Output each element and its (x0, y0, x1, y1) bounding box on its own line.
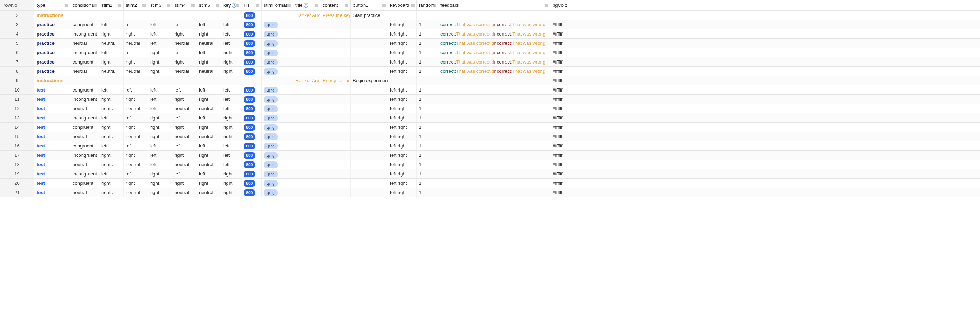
cell-bgColo[interactable]: #ffffff (550, 86, 571, 94)
cell-stim1[interactable]: left (99, 141, 124, 151)
cell-stim4[interactable]: neutral (172, 132, 197, 141)
cell-stim2[interactable]: neutral (124, 104, 148, 113)
cell-stim3[interactable]: right (148, 179, 172, 188)
cell-content[interactable] (320, 48, 351, 57)
column-menu-icon[interactable] (64, 3, 68, 8)
cell-stim3[interactable]: right (148, 132, 172, 141)
cell-condition1[interactable]: incongruent (70, 170, 99, 178)
cell-type[interactable]: practice (35, 39, 70, 48)
cell-stim5[interactable]: left (197, 20, 221, 29)
cell-stim5[interactable]: right (197, 179, 221, 188)
cell-stim3[interactable]: left (148, 20, 172, 29)
cell-ITI[interactable]: 800 (242, 179, 261, 188)
cell-stim2[interactable]: neutral (124, 160, 148, 169)
cell-button1[interactable] (351, 188, 388, 197)
cell-keyboard[interactable]: left right (388, 67, 417, 76)
cell-random[interactable]: 1 (417, 95, 438, 104)
cell-bgColo[interactable]: #ffffff (550, 76, 571, 85)
cell-key[interactable] (221, 76, 242, 85)
cell-stim5[interactable]: left (197, 170, 221, 178)
cell-condition1[interactable]: congruent (70, 179, 99, 188)
cell-rowNo[interactable]: 13 (0, 113, 35, 122)
cell-key[interactable]: right (221, 132, 242, 141)
cell-button1[interactable] (351, 95, 388, 104)
cell-rowNo[interactable]: 9 (0, 76, 35, 85)
cell-stim4[interactable]: left (172, 86, 197, 94)
cell-keyboard[interactable]: left right (388, 132, 417, 141)
cell-stim1[interactable]: left (99, 113, 124, 122)
cell-button1[interactable] (351, 123, 388, 132)
cell-stim3[interactable]: left (148, 104, 172, 113)
cell-keyboard[interactable]: left right (388, 104, 417, 113)
cell-rowNo[interactable]: 15 (0, 132, 35, 141)
cell-title[interactable] (293, 188, 320, 197)
column-menu-icon[interactable] (345, 3, 349, 8)
cell-keyboard[interactable] (388, 11, 417, 20)
cell-rowNo[interactable]: 7 (0, 57, 35, 67)
column-menu-icon[interactable] (432, 3, 436, 8)
cell-random[interactable]: 1 (417, 86, 438, 94)
cell-key[interactable]: right (221, 67, 242, 76)
cell-button1[interactable] (351, 20, 388, 29)
cell-type[interactable]: instructions (35, 11, 70, 20)
header-keyboard[interactable]: keyboard (388, 0, 417, 10)
cell-stim4[interactable]: left (172, 141, 197, 151)
header-title[interactable]: title? (293, 0, 320, 10)
cell-key[interactable]: right (221, 170, 242, 178)
cell-keyboard[interactable]: left right (388, 86, 417, 94)
cell-stim2[interactable]: left (124, 113, 148, 122)
cell-keyboard[interactable]: left right (388, 48, 417, 57)
cell-title[interactable]: Flanker Arro (293, 11, 320, 20)
cell-stim2[interactable]: neutral (124, 188, 148, 197)
cell-stim2[interactable]: right (124, 29, 148, 38)
cell-bgColo[interactable]: #ffffff (550, 104, 571, 113)
cell-title[interactable] (293, 123, 320, 132)
cell-stim2[interactable]: right (124, 95, 148, 104)
cell-button1[interactable] (351, 141, 388, 151)
cell-button1[interactable] (351, 86, 388, 94)
cell-stim3[interactable]: left (148, 141, 172, 151)
cell-stim1[interactable]: left (99, 170, 124, 178)
cell-title[interactable] (293, 170, 320, 178)
cell-title[interactable] (293, 39, 320, 48)
cell-stim4[interactable]: neutral (172, 160, 197, 169)
cell-ITI[interactable]: 800 (242, 29, 261, 38)
cell-stim5[interactable]: right (197, 29, 221, 38)
cell-stim2[interactable]: neutral (124, 132, 148, 141)
cell-keyboard[interactable]: left right (388, 113, 417, 122)
cell-stim3[interactable]: right (148, 67, 172, 76)
cell-title[interactable] (293, 160, 320, 169)
cell-stim2[interactable]: neutral (124, 67, 148, 76)
cell-stim5[interactable]: right (197, 95, 221, 104)
cell-stimFormat[interactable]: .png (261, 86, 293, 94)
header-stim2[interactable]: stim2 (124, 0, 148, 10)
cell-stim3[interactable]: left (148, 151, 172, 160)
cell-stim5[interactable] (197, 76, 221, 85)
cell-button1[interactable] (351, 132, 388, 141)
cell-keyboard[interactable]: left right (388, 20, 417, 29)
cell-type[interactable]: test (35, 170, 70, 178)
cell-stim4[interactable]: right (172, 95, 197, 104)
cell-key[interactable]: right (221, 123, 242, 132)
cell-feedback[interactable] (438, 132, 550, 141)
cell-ITI[interactable]: 800 (242, 113, 261, 122)
header-content[interactable]: content (320, 0, 351, 10)
column-menu-icon[interactable] (142, 3, 146, 8)
cell-stim4[interactable]: right (172, 151, 197, 160)
cell-stim4[interactable] (172, 76, 197, 85)
cell-title[interactable] (293, 132, 320, 141)
cell-keyboard[interactable]: left right (388, 39, 417, 48)
cell-title[interactable] (293, 113, 320, 122)
cell-feedback[interactable] (438, 95, 550, 104)
cell-rowNo[interactable]: 6 (0, 48, 35, 57)
cell-stim4[interactable]: neutral (172, 39, 197, 48)
cell-title[interactable] (293, 179, 320, 188)
cell-content[interactable] (320, 104, 351, 113)
cell-feedback[interactable] (438, 76, 550, 85)
cell-stim2[interactable]: left (124, 20, 148, 29)
cell-type[interactable]: practice (35, 20, 70, 29)
cell-ITI[interactable]: 800 (242, 86, 261, 94)
cell-ITI[interactable]: 800 (242, 11, 261, 20)
cell-stimFormat[interactable]: .png (261, 104, 293, 113)
cell-stim5[interactable]: right (197, 123, 221, 132)
